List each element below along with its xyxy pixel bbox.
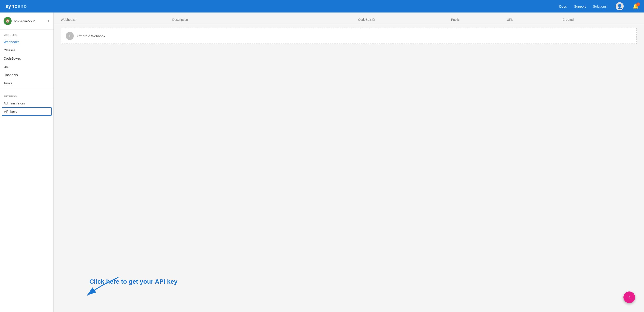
settings-section-label: Settings	[0, 91, 54, 99]
nav-docs[interactable]: Docs	[559, 4, 567, 8]
instance-icon: 🏠	[4, 17, 12, 25]
logo-sync: sync	[5, 3, 18, 9]
sidebar-item-tasks[interactable]: Tasks	[0, 79, 54, 87]
annotation-arrow-icon	[83, 276, 123, 299]
main-content: Webhooks Description CodeBox ID Public U…	[54, 12, 644, 312]
instance-dropdown-icon: ▼	[47, 19, 50, 22]
nav-solutions[interactable]: Solutions	[593, 4, 607, 8]
fab-icon: ↑	[628, 294, 630, 301]
annotation-area: Click here to get your API key	[90, 278, 178, 285]
logo-ano: ano	[18, 3, 27, 9]
sidebar-divider	[0, 89, 54, 89]
create-webhook-row[interactable]: + Create a Webhook	[61, 28, 637, 44]
col-header-created: Created	[562, 18, 637, 21]
table-header: Webhooks Description CodeBox ID Public U…	[54, 12, 644, 24]
instance-selector[interactable]: 🏠 bold-rain-5584 ▼	[0, 12, 54, 30]
top-nav: syncano Docs Support Solutions 👤 🔔 1	[0, 0, 644, 12]
col-header-webhooks: Webhooks	[61, 18, 172, 21]
sidebar-item-classes[interactable]: Classes	[0, 46, 54, 54]
notification-button[interactable]: 🔔 1	[632, 3, 639, 9]
nav-links: Docs Support Solutions 👤 🔔 1	[559, 2, 639, 10]
sidebar-item-webhooks[interactable]: Webhooks	[0, 38, 54, 46]
sidebar-item-codeboxes[interactable]: CodeBoxes	[0, 54, 54, 62]
sidebar-item-api-keys[interactable]: API keys	[2, 107, 52, 116]
sidebar-item-users[interactable]: Users	[0, 62, 54, 71]
annotation-text: Click here to get your API key	[90, 278, 178, 285]
fab-button[interactable]: ↑	[624, 292, 635, 303]
sidebar: 🏠 bold-rain-5584 ▼ Modules Webhooks Clas…	[0, 12, 54, 312]
col-header-url: URL	[507, 18, 562, 21]
col-header-codeboxid: CodeBox ID	[358, 18, 451, 21]
logo: syncano	[5, 3, 559, 9]
col-header-description: Description	[172, 18, 358, 21]
sidebar-item-channels[interactable]: Channels	[0, 71, 54, 79]
notification-badge: 1	[636, 2, 640, 6]
instance-name: bold-rain-5584	[14, 19, 47, 23]
nav-support[interactable]: Support	[574, 4, 586, 8]
app-body: 🏠 bold-rain-5584 ▼ Modules Webhooks Clas…	[0, 12, 644, 312]
col-header-public: Public	[451, 18, 506, 21]
avatar[interactable]: 👤	[616, 2, 624, 10]
add-webhook-icon: +	[66, 32, 74, 40]
modules-section-label: Modules	[0, 30, 54, 38]
create-webhook-label: Create a Webhook	[77, 34, 105, 38]
sidebar-item-administrators[interactable]: Administrators	[0, 99, 54, 107]
